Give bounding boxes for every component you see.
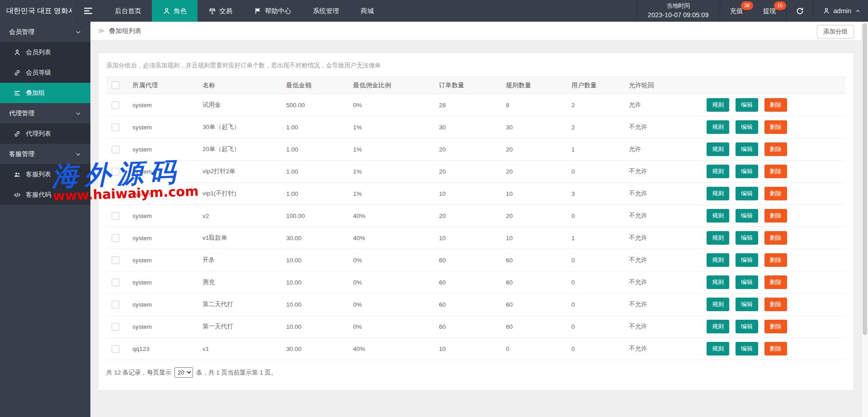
sidebar-item-member-list[interactable]: 会员列表 <box>0 42 90 62</box>
rule-button[interactable]: 规则 <box>707 342 729 355</box>
edit-button[interactable]: 编辑 <box>736 342 758 355</box>
edit-button[interactable]: 编辑 <box>736 209 758 223</box>
row-checkbox[interactable] <box>112 123 119 131</box>
cell-users: 0 <box>566 205 623 227</box>
cell-loop: 不允许 <box>623 316 697 338</box>
withdraw-nav-button[interactable]: 提现 15 <box>753 0 786 22</box>
edit-button[interactable]: 编辑 <box>736 275 758 289</box>
add-group-button[interactable]: 添加分组 <box>817 25 854 38</box>
sidebar-group-service-management[interactable]: 客服管理 <box>0 144 90 164</box>
rule-button[interactable]: 规则 <box>707 275 729 289</box>
row-checkbox[interactable] <box>112 256 119 264</box>
delete-button[interactable]: 删除 <box>764 98 787 112</box>
row-checkbox[interactable] <box>112 212 119 220</box>
sidebar-item-service-list[interactable]: 客服列表 <box>0 164 90 185</box>
delete-button[interactable]: 删除 <box>764 165 787 178</box>
table-row: system 试用金 500.00 0% 28 8 2 允许 规则 编辑 删除 <box>106 94 845 116</box>
table-header-row: 所属代理 名称 最低金额 最低佣金比例 订单数量 规则数量 用户数量 允许轮回 <box>106 77 845 94</box>
row-checkbox[interactable] <box>112 146 119 153</box>
cell-users: 2 <box>566 94 623 116</box>
rule-button[interactable]: 规则 <box>707 320 729 333</box>
scrollbar-thumb[interactable] <box>863 23 867 335</box>
delete-button[interactable]: 删除 <box>764 253 787 267</box>
edit-button[interactable]: 编辑 <box>736 298 758 311</box>
vertical-scrollbar[interactable] <box>861 22 868 417</box>
rule-button[interactable]: 规则 <box>707 298 729 311</box>
delete-button[interactable]: 删除 <box>764 120 787 134</box>
table-row: system v2 100.00 40% 20 20 0 不允许 规则 编辑 删… <box>106 205 845 227</box>
cell-loop: 不允许 <box>623 227 697 249</box>
cell-rules: 20 <box>500 138 566 161</box>
row-checkbox[interactable] <box>112 168 119 175</box>
rule-button[interactable]: 规则 <box>707 231 729 245</box>
page-size-select[interactable]: 20 <box>175 367 193 378</box>
nav-item-mall[interactable]: 商城 <box>350 0 385 22</box>
table-row: system v1取款单 30.00 40% 10 10 1 不允许 规则 编辑… <box>106 227 845 249</box>
sidebar-item-agent-list[interactable]: 代理列表 <box>0 123 90 144</box>
edit-button[interactable]: 编辑 <box>736 320 758 333</box>
rule-button[interactable]: 规则 <box>707 187 729 200</box>
cell-min-commission: 0% <box>348 94 434 116</box>
sidebar-item-service-code[interactable]: 客服代码 <box>0 185 90 205</box>
rule-button[interactable]: 规则 <box>707 209 729 223</box>
cell-min-commission: 40% <box>348 205 434 227</box>
nav-item-system[interactable]: 系统管理 <box>302 0 350 22</box>
cell-users: 0 <box>566 271 623 294</box>
delete-button[interactable]: 删除 <box>764 187 787 200</box>
cell-agent: system <box>127 116 197 138</box>
rule-button[interactable]: 规则 <box>707 142 729 156</box>
col-header-name: 名称 <box>197 77 281 94</box>
col-header-orders: 订单数量 <box>434 77 500 94</box>
sidebar-group-agent-management[interactable]: 代理管理 <box>0 103 90 123</box>
double-chevron-icon: ≫ <box>98 27 105 35</box>
delete-button[interactable]: 删除 <box>764 298 787 311</box>
nav-item-help-center[interactable]: 帮助中心 <box>243 0 302 22</box>
cell-agent: system <box>127 227 197 249</box>
row-checkbox[interactable] <box>112 301 119 308</box>
admin-user-menu[interactable]: admin <box>814 0 868 22</box>
cell-rules: 8 <box>500 94 566 116</box>
cell-rules: 10 <box>500 183 566 205</box>
rule-button[interactable]: 规则 <box>707 98 729 112</box>
row-checkbox[interactable] <box>112 190 119 198</box>
cell-rules: 60 <box>500 316 566 338</box>
sidebar-item-member-level[interactable]: 会员等级 <box>0 62 90 83</box>
delete-button[interactable]: 删除 <box>764 209 787 223</box>
cell-name: 开杀 <box>197 249 281 271</box>
cell-rules: 60 <box>500 271 566 294</box>
edit-button[interactable]: 编辑 <box>736 231 758 245</box>
sidebar-group-member-management[interactable]: 会员管理 <box>0 22 90 42</box>
cell-name: 20单（起飞） <box>197 138 281 161</box>
rule-button[interactable]: 规则 <box>707 253 729 267</box>
row-checkbox[interactable] <box>112 234 119 242</box>
row-checkbox[interactable] <box>112 345 119 353</box>
top-navbar: 대한민국 대표 영화사... 后台首页 角色 <box>0 0 868 22</box>
cell-orders: 10 <box>434 183 500 205</box>
sidebar-item-overlay-group[interactable]: 叠加组 <box>0 83 90 103</box>
nav-item-trade[interactable]: 交易 <box>198 0 243 22</box>
edit-button[interactable]: 编辑 <box>736 253 758 267</box>
delete-button[interactable]: 删除 <box>764 342 787 355</box>
nav-item-roles[interactable]: 角色 <box>152 0 198 22</box>
edit-button[interactable]: 编辑 <box>736 187 758 200</box>
edit-button[interactable]: 编辑 <box>736 120 758 134</box>
refresh-button[interactable] <box>787 0 813 22</box>
edit-button[interactable]: 编辑 <box>736 142 758 156</box>
sidebar-toggle-button[interactable] <box>72 0 104 22</box>
cell-users: 2 <box>566 116 623 138</box>
cell-users: 1 <box>566 227 623 249</box>
nav-item-dashboard[interactable]: 后台首页 <box>104 0 152 22</box>
delete-button[interactable]: 删除 <box>764 142 787 156</box>
delete-button[interactable]: 删除 <box>764 275 787 289</box>
row-checkbox[interactable] <box>112 323 119 331</box>
row-checkbox[interactable] <box>112 279 119 286</box>
delete-button[interactable]: 删除 <box>764 231 787 245</box>
edit-button[interactable]: 编辑 <box>736 98 758 112</box>
rule-button[interactable]: 规则 <box>707 165 729 178</box>
select-all-checkbox[interactable] <box>112 81 119 89</box>
rule-button[interactable]: 规则 <box>707 120 729 134</box>
row-checkbox[interactable] <box>112 101 119 109</box>
recharge-nav-button[interactable]: 充值 38 <box>720 0 753 22</box>
edit-button[interactable]: 编辑 <box>736 165 758 178</box>
delete-button[interactable]: 删除 <box>764 320 787 333</box>
